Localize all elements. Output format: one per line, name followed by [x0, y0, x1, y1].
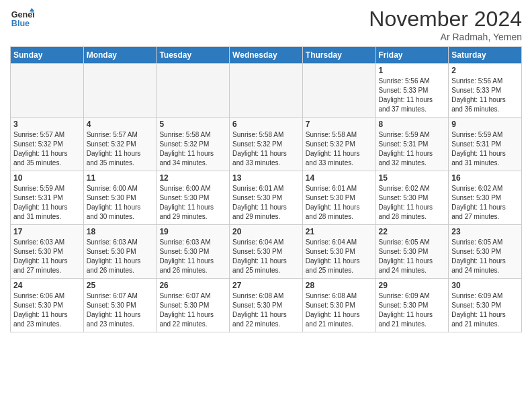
calendar-day: 28Sunrise: 6:08 AM Sunset: 5:30 PM Dayli…: [302, 279, 375, 332]
day-number: 23: [451, 227, 519, 236]
day-number: 27: [232, 281, 300, 290]
weekday-header-friday: Friday: [375, 47, 449, 64]
day-info: Sunrise: 6:03 AM Sunset: 5:30 PM Dayligh…: [87, 238, 154, 275]
day-number: 2: [451, 66, 519, 75]
weekday-header-tuesday: Tuesday: [157, 47, 230, 64]
weekday-header-monday: Monday: [83, 47, 157, 64]
day-info: Sunrise: 6:00 AM Sunset: 5:30 PM Dayligh…: [159, 184, 226, 222]
calendar-day: 2Sunrise: 5:56 AM Sunset: 5:33 PM Daylig…: [449, 64, 522, 118]
day-number: 28: [306, 281, 373, 290]
calendar-day: 8Sunrise: 5:59 AM Sunset: 5:31 PM Daylig…: [375, 118, 449, 171]
day-number: 10: [13, 173, 81, 183]
day-info: Sunrise: 5:58 AM Sunset: 5:32 PM Dayligh…: [232, 130, 300, 168]
calendar-day: 25Sunrise: 6:07 AM Sunset: 5:30 PM Dayli…: [83, 279, 157, 332]
calendar-day: 21Sunrise: 6:04 AM Sunset: 5:30 PM Dayli…: [302, 225, 375, 279]
header: General Blue November 2024 Ar Radmah, Ye…: [10, 7, 522, 42]
day-info: Sunrise: 6:06 AM Sunset: 5:30 PM Dayligh…: [13, 291, 81, 329]
day-number: 17: [13, 227, 81, 236]
day-info: Sunrise: 5:56 AM Sunset: 5:33 PM Dayligh…: [379, 77, 446, 114]
day-number: 14: [306, 173, 373, 183]
logo: General Blue: [10, 7, 34, 31]
day-info: Sunrise: 5:57 AM Sunset: 5:32 PM Dayligh…: [87, 130, 154, 168]
calendar-day: 22Sunrise: 6:05 AM Sunset: 5:30 PM Dayli…: [375, 225, 449, 279]
day-info: Sunrise: 6:07 AM Sunset: 5:30 PM Dayligh…: [87, 291, 154, 329]
day-info: Sunrise: 6:00 AM Sunset: 5:30 PM Dayligh…: [87, 184, 154, 222]
calendar-day: [157, 64, 230, 118]
calendar-day: 18Sunrise: 6:03 AM Sunset: 5:30 PM Dayli…: [83, 225, 157, 279]
calendar-day: 12Sunrise: 6:00 AM Sunset: 5:30 PM Dayli…: [157, 171, 230, 225]
day-number: 13: [232, 173, 300, 183]
day-info: Sunrise: 5:56 AM Sunset: 5:33 PM Dayligh…: [451, 77, 519, 114]
day-info: Sunrise: 6:08 AM Sunset: 5:30 PM Dayligh…: [306, 291, 373, 329]
calendar-day: 19Sunrise: 6:03 AM Sunset: 5:30 PM Dayli…: [157, 225, 230, 279]
weekday-header-wednesday: Wednesday: [230, 47, 303, 64]
day-info: Sunrise: 5:58 AM Sunset: 5:32 PM Dayligh…: [159, 130, 226, 168]
day-number: 7: [306, 120, 373, 129]
calendar-week-5: 24Sunrise: 6:06 AM Sunset: 5:30 PM Dayli…: [11, 279, 522, 332]
month-title: November 2024: [369, 7, 522, 32]
calendar-day: [11, 64, 84, 118]
day-info: Sunrise: 6:02 AM Sunset: 5:30 PM Dayligh…: [379, 184, 446, 222]
calendar-day: 15Sunrise: 6:02 AM Sunset: 5:30 PM Dayli…: [375, 171, 449, 225]
logo-icon: General Blue: [10, 7, 34, 31]
calendar-day: 9Sunrise: 5:59 AM Sunset: 5:31 PM Daylig…: [449, 118, 522, 171]
day-info: Sunrise: 6:09 AM Sunset: 5:30 PM Dayligh…: [451, 291, 519, 329]
day-info: Sunrise: 5:57 AM Sunset: 5:32 PM Dayligh…: [13, 130, 81, 168]
day-info: Sunrise: 6:02 AM Sunset: 5:30 PM Dayligh…: [451, 184, 519, 222]
day-info: Sunrise: 5:59 AM Sunset: 5:31 PM Dayligh…: [13, 184, 81, 222]
weekday-header-thursday: Thursday: [302, 47, 375, 64]
day-info: Sunrise: 5:59 AM Sunset: 5:31 PM Dayligh…: [379, 130, 446, 168]
calendar-day: 1Sunrise: 5:56 AM Sunset: 5:33 PM Daylig…: [375, 64, 449, 118]
calendar-table: SundayMondayTuesdayWednesdayThursdayFrid…: [10, 46, 522, 332]
svg-text:Blue: Blue: [11, 19, 30, 28]
day-number: 25: [87, 281, 154, 290]
calendar-day: 11Sunrise: 6:00 AM Sunset: 5:30 PM Dayli…: [83, 171, 157, 225]
day-info: Sunrise: 6:03 AM Sunset: 5:30 PM Dayligh…: [13, 238, 81, 275]
calendar-day: [302, 64, 375, 118]
day-number: 30: [451, 281, 519, 290]
calendar-day: 3Sunrise: 5:57 AM Sunset: 5:32 PM Daylig…: [11, 118, 84, 171]
weekday-header-sunday: Sunday: [11, 47, 84, 64]
calendar-day: 24Sunrise: 6:06 AM Sunset: 5:30 PM Dayli…: [11, 279, 84, 332]
day-number: 5: [159, 120, 226, 129]
calendar-week-2: 3Sunrise: 5:57 AM Sunset: 5:32 PM Daylig…: [11, 118, 522, 171]
calendar-day: 6Sunrise: 5:58 AM Sunset: 5:32 PM Daylig…: [230, 118, 303, 171]
calendar-week-1: 1Sunrise: 5:56 AM Sunset: 5:33 PM Daylig…: [11, 64, 522, 118]
day-number: 15: [379, 173, 446, 183]
calendar-day: 13Sunrise: 6:01 AM Sunset: 5:30 PM Dayli…: [230, 171, 303, 225]
calendar-week-4: 17Sunrise: 6:03 AM Sunset: 5:30 PM Dayli…: [11, 225, 522, 279]
day-info: Sunrise: 6:01 AM Sunset: 5:30 PM Dayligh…: [232, 184, 300, 222]
calendar-day: 17Sunrise: 6:03 AM Sunset: 5:30 PM Dayli…: [11, 225, 84, 279]
header-row: SundayMondayTuesdayWednesdayThursdayFrid…: [11, 47, 522, 64]
day-number: 26: [159, 281, 226, 290]
calendar-day: 14Sunrise: 6:01 AM Sunset: 5:30 PM Dayli…: [302, 171, 375, 225]
calendar-day: 7Sunrise: 5:58 AM Sunset: 5:32 PM Daylig…: [302, 118, 375, 171]
calendar-day: 29Sunrise: 6:09 AM Sunset: 5:30 PM Dayli…: [375, 279, 449, 332]
calendar-week-3: 10Sunrise: 5:59 AM Sunset: 5:31 PM Dayli…: [11, 171, 522, 225]
day-info: Sunrise: 6:07 AM Sunset: 5:30 PM Dayligh…: [159, 291, 226, 329]
day-number: 19: [159, 227, 226, 236]
day-number: 21: [306, 227, 373, 236]
day-info: Sunrise: 6:04 AM Sunset: 5:30 PM Dayligh…: [232, 238, 300, 275]
calendar-day: 27Sunrise: 6:08 AM Sunset: 5:30 PM Dayli…: [230, 279, 303, 332]
day-number: 9: [451, 120, 519, 129]
day-number: 11: [87, 173, 154, 183]
day-info: Sunrise: 6:05 AM Sunset: 5:30 PM Dayligh…: [379, 238, 446, 275]
day-number: 12: [159, 173, 226, 183]
day-info: Sunrise: 6:03 AM Sunset: 5:30 PM Dayligh…: [159, 238, 226, 275]
calendar-day: 4Sunrise: 5:57 AM Sunset: 5:32 PM Daylig…: [83, 118, 157, 171]
day-number: 1: [379, 66, 446, 75]
weekday-header-saturday: Saturday: [449, 47, 522, 64]
day-number: 24: [13, 281, 81, 290]
calendar-day: 30Sunrise: 6:09 AM Sunset: 5:30 PM Dayli…: [449, 279, 522, 332]
day-info: Sunrise: 5:58 AM Sunset: 5:32 PM Dayligh…: [306, 130, 373, 168]
calendar-day: [83, 64, 157, 118]
day-info: Sunrise: 6:01 AM Sunset: 5:30 PM Dayligh…: [306, 184, 373, 222]
day-info: Sunrise: 6:04 AM Sunset: 5:30 PM Dayligh…: [306, 238, 373, 275]
day-info: Sunrise: 6:08 AM Sunset: 5:30 PM Dayligh…: [232, 291, 300, 329]
day-info: Sunrise: 6:09 AM Sunset: 5:30 PM Dayligh…: [379, 291, 446, 329]
day-number: 16: [451, 173, 519, 183]
day-info: Sunrise: 6:05 AM Sunset: 5:30 PM Dayligh…: [451, 238, 519, 275]
day-number: 6: [232, 120, 300, 129]
day-number: 22: [379, 227, 446, 236]
